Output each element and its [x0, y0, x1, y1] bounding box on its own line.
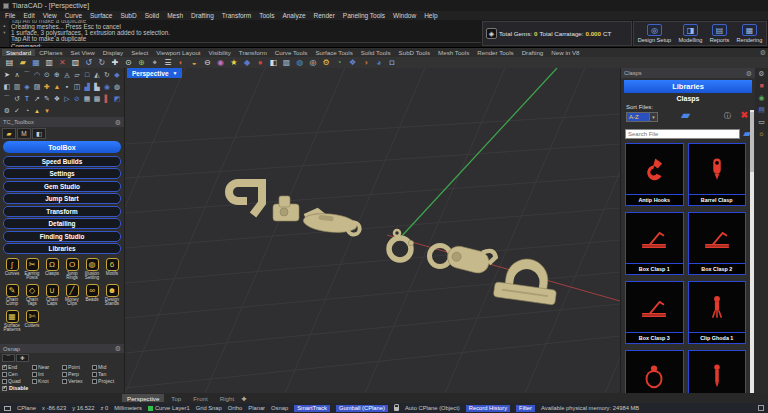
status-toggle-filter[interactable]: Filter: [516, 405, 535, 412]
gem-tool-icon[interactable]: ★: [227, 59, 240, 67]
shortcut-chain-caps[interactable]: ∪Chain Caps: [42, 284, 62, 308]
checkbox[interactable]: [62, 365, 67, 370]
zoom-icon[interactable]: ⊙: [122, 59, 135, 67]
menu-transform[interactable]: Transform: [222, 12, 251, 19]
palette-tool-icon[interactable]: ▌: [102, 93, 112, 105]
viewport-canvas[interactable]: [125, 68, 620, 393]
undo-icon[interactable]: ↺: [82, 59, 95, 67]
lock-tab-icon[interactable]: ◧: [32, 128, 46, 139]
lobster-clasp-flat-model[interactable]: [302, 209, 361, 235]
layers-icon[interactable]: ☰: [161, 59, 174, 67]
scrollbar[interactable]: [750, 110, 754, 393]
toolbox-header-button[interactable]: ToolBox: [3, 141, 121, 153]
checkbox[interactable]: [2, 379, 7, 384]
gear-icon[interactable]: ⚙: [115, 119, 121, 126]
menu-window[interactable]: Window: [393, 12, 416, 19]
workflow-button-design-setup[interactable]: ◎Design Setup: [638, 24, 672, 43]
shortcut-jump-rings[interactable]: OJump Rings: [62, 258, 82, 282]
library-item-barrel-clasp[interactable]: Barrel Clasp: [688, 143, 747, 207]
library-item-box-clasp-3[interactable]: Box Clasp 3: [625, 281, 684, 345]
diamond-tool-icon[interactable]: ◆: [240, 59, 253, 67]
checkbox[interactable]: [62, 372, 67, 377]
menu-drafting[interactable]: Drafting: [191, 12, 214, 19]
palette-tool-icon[interactable]: ◫: [72, 81, 82, 93]
toolbox-button-libraries[interactable]: Libraries: [3, 243, 121, 254]
open-file-icon[interactable]: ▰: [16, 59, 29, 67]
palette-tool-icon[interactable]: ▲: [52, 81, 62, 93]
gear-icon[interactable]: ⚙: [760, 49, 766, 56]
status-toggle-ortho[interactable]: Ortho: [228, 405, 243, 411]
split-view-icon[interactable]: ◧: [267, 59, 280, 67]
menu-tools[interactable]: Tools: [259, 12, 274, 19]
sphere-icon[interactable]: ◍: [293, 59, 306, 67]
palette-tool-icon[interactable]: ⊙: [42, 69, 52, 81]
folder-tab-icon[interactable]: ▰: [2, 128, 16, 139]
palette-tool-icon[interactable]: ✚: [42, 81, 52, 93]
toolbar-tab-transform[interactable]: Transform: [235, 49, 271, 56]
fold-over-clasp-model[interactable]: [229, 179, 262, 215]
menu-analyze[interactable]: Analyze: [282, 12, 305, 19]
shortcut-surface-patterns[interactable]: ▦Surface Patterns: [2, 310, 22, 334]
lock-icon[interactable]: [394, 407, 399, 411]
osnap-option-end[interactable]: End: [2, 364, 32, 370]
command-prompt[interactable]: Command:: [11, 42, 481, 47]
toolbox-button-transform[interactable]: Transform: [3, 206, 121, 217]
info-icon[interactable]: ⓘ: [724, 111, 731, 121]
toolbar-tab-drafting[interactable]: Drafting: [518, 49, 548, 56]
shortcut-illusion-setting[interactable]: ◍Illusion Setting: [82, 258, 102, 282]
material-icon[interactable]: ◑: [359, 59, 372, 67]
search-input[interactable]: [625, 129, 740, 139]
osnap-option-near[interactable]: Near: [32, 364, 62, 370]
osnap-option-mid[interactable]: Mid: [92, 364, 122, 370]
toolbar-tab-set-view[interactable]: Set View: [67, 49, 99, 56]
status-toggle-smarttrack[interactable]: SmartTrack: [294, 405, 330, 412]
toolbox-button-speed-builds[interactable]: Speed Builds: [3, 156, 121, 167]
palette-tool-icon[interactable]: □: [82, 69, 92, 81]
chevron-down-icon[interactable]: ▼: [649, 113, 657, 121]
shaded-icon[interactable]: ◐: [174, 59, 187, 67]
toolbox-button-settings[interactable]: Settings: [3, 168, 121, 179]
status-toggle-osnap[interactable]: Osnap: [271, 405, 288, 411]
toolbar-tab-visibility[interactable]: Visibility: [205, 49, 235, 56]
workflow-button-rendering[interactable]: ▦Rendering: [737, 24, 763, 43]
palette-tool-icon[interactable]: ❖: [52, 93, 62, 105]
shortcut-chain-comp[interactable]: ✎Chain Comp: [2, 284, 22, 308]
add-viewport-icon[interactable]: ✚: [241, 395, 246, 402]
palette-tool-icon[interactable]: ◍: [112, 81, 122, 93]
world-icon[interactable]: ◕: [372, 59, 385, 67]
palette-tool-icon[interactable]: ⊕: [52, 69, 62, 81]
status-toggle-planar[interactable]: Planar: [248, 405, 265, 411]
checkbox[interactable]: [92, 379, 97, 384]
scroll-down-icon[interactable]: ▾: [3, 30, 5, 35]
paste-icon[interactable]: ▧: [69, 59, 82, 67]
menu-help[interactable]: Help: [424, 12, 437, 19]
library-item-clip-ghoda-1[interactable]: Clip Ghoda 1: [688, 281, 747, 345]
library-item-antip-hooks[interactable]: Antip Hooks: [625, 143, 684, 207]
library-item-box-clasp-1[interactable]: Box Clasp 1: [625, 212, 684, 276]
menu-mesh[interactable]: Mesh: [167, 12, 183, 19]
viewport-tab-front[interactable]: Front: [188, 394, 212, 402]
palette-tool-icon[interactable]: ↻: [102, 69, 112, 81]
osnap-option-perp[interactable]: Perp: [62, 371, 92, 377]
lobster-clasp-with-ring-model[interactable]: [430, 241, 497, 276]
target-icon[interactable]: ⌖: [148, 59, 161, 67]
viewport-tab-perspective[interactable]: Perspective: [122, 394, 164, 402]
palette-tool-icon[interactable]: ◠: [32, 69, 42, 81]
palette-tool-icon[interactable]: ▨: [32, 81, 42, 93]
viewport-title-tab[interactable]: Perspective ▼: [127, 68, 182, 78]
print-icon[interactable]: ▥: [43, 59, 56, 67]
osnap-option-vertex[interactable]: Vertex: [62, 378, 92, 384]
toolbar-tab-standard[interactable]: Standard: [2, 49, 35, 56]
palette-tool-icon[interactable]: ▱: [72, 69, 82, 81]
library-item-box-clasp-2[interactable]: Box Clasp 2: [688, 212, 747, 276]
toolbar-tab-select[interactable]: Select: [127, 49, 152, 56]
menu-view[interactable]: View: [43, 12, 57, 19]
viewport-tab-right[interactable]: Right: [215, 394, 239, 402]
zoom-extents-icon[interactable]: ⊕: [135, 59, 148, 67]
palette-tool-icon[interactable]: ▴: [32, 105, 42, 117]
palette-tool-icon[interactable]: ◔: [22, 105, 32, 117]
checkbox[interactable]: [2, 372, 7, 377]
palette-tool-icon[interactable]: ▟: [82, 81, 92, 93]
toolbar-tab-curve-tools[interactable]: Curve Tools: [271, 49, 312, 56]
osnap-option-point[interactable]: Point: [62, 364, 92, 370]
